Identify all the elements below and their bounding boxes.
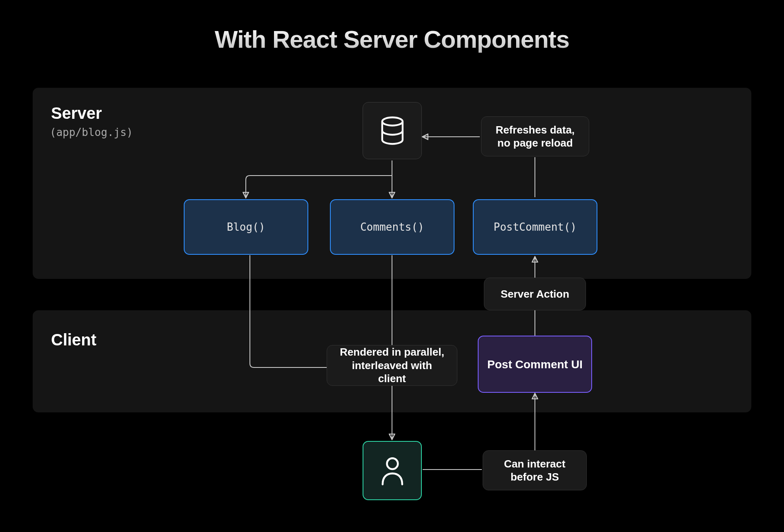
server-action-note: Server Action [484,278,586,310]
database-icon [380,116,405,145]
parallel-note: Rendered in parallel, interleaved with c… [327,345,457,386]
svg-point-1 [387,458,398,469]
post-comment-ui-node: Post Comment UI [478,336,592,393]
comments-node: Comments() [330,199,454,255]
diagram-title: With React Server Components [0,25,784,53]
svg-point-0 [382,118,403,126]
user-node [363,441,422,500]
interact-note: Can interact before JS [483,450,587,490]
database-node [363,102,422,159]
blog-node: Blog() [184,199,308,255]
user-icon [379,456,405,485]
server-sub: (app/blog.js) [50,126,133,138]
client-label: Client [51,331,96,349]
server-label: Server [51,104,102,122]
refresh-note: Refreshes data, no page reload [481,116,589,156]
postcomment-node: PostComment() [473,199,597,255]
